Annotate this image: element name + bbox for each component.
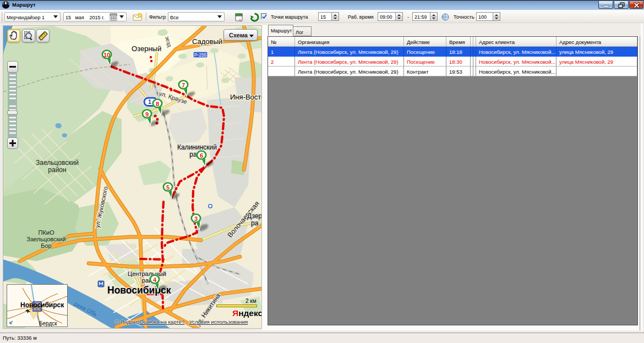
svg-text:3: 3 — [194, 215, 198, 222]
svg-text:ра: ра — [251, 219, 259, 227]
svg-text:5: 5 — [166, 184, 170, 191]
svg-text:7: 7 — [182, 82, 185, 88]
svg-text:Дзерж: Дзерж — [247, 212, 262, 220]
svg-text:1: 1 — [148, 98, 151, 105]
svg-text:ПКиО: ПКиО — [38, 229, 54, 236]
svg-text:Новосибирск: Новосибирск — [20, 301, 64, 309]
svg-text:8: 8 — [156, 101, 159, 107]
svg-text:Озерный: Озерный — [132, 45, 161, 53]
svg-text:Заельцовский: Заельцовский — [36, 159, 79, 167]
svg-text:ра: ра — [189, 151, 197, 158]
svg-text:Р-255: Р-255 — [194, 52, 207, 58]
svg-text:Бор: Бор — [41, 242, 51, 249]
svg-text:Садовый: Садовый — [192, 37, 222, 46]
svg-text:10: 10 — [103, 52, 110, 58]
svg-text:Бердск: Бердск — [39, 320, 57, 327]
svg-text:9: 9 — [145, 111, 149, 118]
svg-text:район: район — [48, 166, 66, 174]
svg-text:Заельцовский: Заельцовский — [26, 236, 66, 242]
svg-text:Калининский: Калининский — [177, 143, 217, 151]
svg-text:6: 6 — [200, 152, 203, 159]
svg-text:Центральный: Центральный — [128, 270, 166, 277]
svg-text:Иня-Восто: Иня-Восто — [230, 93, 262, 101]
svg-text:4: 4 — [153, 276, 157, 283]
